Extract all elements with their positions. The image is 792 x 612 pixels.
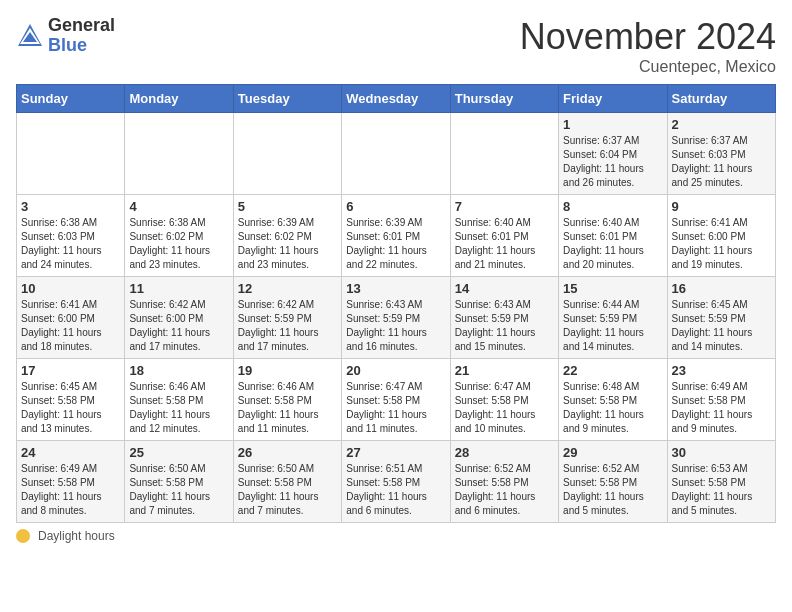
day-info: Sunrise: 6:42 AM Sunset: 6:00 PM Dayligh… [129, 298, 228, 354]
day-number: 1 [563, 117, 662, 132]
day-number: 30 [672, 445, 771, 460]
calendar-cell [342, 113, 450, 195]
day-info: Sunrise: 6:51 AM Sunset: 5:58 PM Dayligh… [346, 462, 445, 518]
calendar-week-4: 17Sunrise: 6:45 AM Sunset: 5:58 PM Dayli… [17, 359, 776, 441]
day-number: 26 [238, 445, 337, 460]
day-number: 27 [346, 445, 445, 460]
calendar-cell: 26Sunrise: 6:50 AM Sunset: 5:58 PM Dayli… [233, 441, 341, 523]
logo-icon [16, 22, 44, 50]
calendar-cell: 24Sunrise: 6:49 AM Sunset: 5:58 PM Dayli… [17, 441, 125, 523]
header-wednesday: Wednesday [342, 85, 450, 113]
day-number: 5 [238, 199, 337, 214]
day-number: 18 [129, 363, 228, 378]
calendar-cell: 15Sunrise: 6:44 AM Sunset: 5:59 PM Dayli… [559, 277, 667, 359]
day-info: Sunrise: 6:38 AM Sunset: 6:02 PM Dayligh… [129, 216, 228, 272]
day-info: Sunrise: 6:37 AM Sunset: 6:03 PM Dayligh… [672, 134, 771, 190]
day-info: Sunrise: 6:39 AM Sunset: 6:02 PM Dayligh… [238, 216, 337, 272]
day-number: 11 [129, 281, 228, 296]
day-number: 12 [238, 281, 337, 296]
logo: General Blue [16, 16, 115, 56]
calendar-cell [125, 113, 233, 195]
calendar-cell [450, 113, 558, 195]
day-info: Sunrise: 6:49 AM Sunset: 5:58 PM Dayligh… [21, 462, 120, 518]
day-info: Sunrise: 6:45 AM Sunset: 5:59 PM Dayligh… [672, 298, 771, 354]
calendar-cell: 2Sunrise: 6:37 AM Sunset: 6:03 PM Daylig… [667, 113, 775, 195]
day-number: 17 [21, 363, 120, 378]
calendar-cell: 21Sunrise: 6:47 AM Sunset: 5:58 PM Dayli… [450, 359, 558, 441]
calendar-cell: 29Sunrise: 6:52 AM Sunset: 5:58 PM Dayli… [559, 441, 667, 523]
calendar-cell: 9Sunrise: 6:41 AM Sunset: 6:00 PM Daylig… [667, 195, 775, 277]
day-number: 2 [672, 117, 771, 132]
day-number: 8 [563, 199, 662, 214]
header-friday: Friday [559, 85, 667, 113]
day-number: 7 [455, 199, 554, 214]
day-number: 20 [346, 363, 445, 378]
calendar-week-1: 1Sunrise: 6:37 AM Sunset: 6:04 PM Daylig… [17, 113, 776, 195]
day-number: 24 [21, 445, 120, 460]
legend-icon [16, 529, 30, 543]
day-info: Sunrise: 6:38 AM Sunset: 6:03 PM Dayligh… [21, 216, 120, 272]
day-number: 14 [455, 281, 554, 296]
day-info: Sunrise: 6:37 AM Sunset: 6:04 PM Dayligh… [563, 134, 662, 190]
header: General Blue November 2024 Cuentepec, Me… [16, 16, 776, 76]
calendar-cell: 13Sunrise: 6:43 AM Sunset: 5:59 PM Dayli… [342, 277, 450, 359]
calendar-week-5: 24Sunrise: 6:49 AM Sunset: 5:58 PM Dayli… [17, 441, 776, 523]
day-info: Sunrise: 6:47 AM Sunset: 5:58 PM Dayligh… [346, 380, 445, 436]
day-info: Sunrise: 6:46 AM Sunset: 5:58 PM Dayligh… [129, 380, 228, 436]
calendar-week-2: 3Sunrise: 6:38 AM Sunset: 6:03 PM Daylig… [17, 195, 776, 277]
day-number: 9 [672, 199, 771, 214]
calendar-cell: 16Sunrise: 6:45 AM Sunset: 5:59 PM Dayli… [667, 277, 775, 359]
title-area: November 2024 Cuentepec, Mexico [520, 16, 776, 76]
day-info: Sunrise: 6:41 AM Sunset: 6:00 PM Dayligh… [21, 298, 120, 354]
header-saturday: Saturday [667, 85, 775, 113]
calendar-cell: 17Sunrise: 6:45 AM Sunset: 5:58 PM Dayli… [17, 359, 125, 441]
logo-blue: Blue [48, 36, 115, 56]
day-number: 6 [346, 199, 445, 214]
calendar-header-row: Sunday Monday Tuesday Wednesday Thursday… [17, 85, 776, 113]
calendar-cell: 5Sunrise: 6:39 AM Sunset: 6:02 PM Daylig… [233, 195, 341, 277]
calendar-cell: 6Sunrise: 6:39 AM Sunset: 6:01 PM Daylig… [342, 195, 450, 277]
calendar-cell: 11Sunrise: 6:42 AM Sunset: 6:00 PM Dayli… [125, 277, 233, 359]
day-number: 13 [346, 281, 445, 296]
calendar-cell: 20Sunrise: 6:47 AM Sunset: 5:58 PM Dayli… [342, 359, 450, 441]
calendar-cell: 3Sunrise: 6:38 AM Sunset: 6:03 PM Daylig… [17, 195, 125, 277]
calendar-cell: 12Sunrise: 6:42 AM Sunset: 5:59 PM Dayli… [233, 277, 341, 359]
day-info: Sunrise: 6:41 AM Sunset: 6:00 PM Dayligh… [672, 216, 771, 272]
day-number: 21 [455, 363, 554, 378]
header-monday: Monday [125, 85, 233, 113]
calendar-cell: 28Sunrise: 6:52 AM Sunset: 5:58 PM Dayli… [450, 441, 558, 523]
day-info: Sunrise: 6:43 AM Sunset: 5:59 PM Dayligh… [346, 298, 445, 354]
day-info: Sunrise: 6:46 AM Sunset: 5:58 PM Dayligh… [238, 380, 337, 436]
day-info: Sunrise: 6:52 AM Sunset: 5:58 PM Dayligh… [563, 462, 662, 518]
day-info: Sunrise: 6:52 AM Sunset: 5:58 PM Dayligh… [455, 462, 554, 518]
day-number: 4 [129, 199, 228, 214]
header-sunday: Sunday [17, 85, 125, 113]
day-info: Sunrise: 6:40 AM Sunset: 6:01 PM Dayligh… [563, 216, 662, 272]
day-info: Sunrise: 6:42 AM Sunset: 5:59 PM Dayligh… [238, 298, 337, 354]
calendar-cell: 22Sunrise: 6:48 AM Sunset: 5:58 PM Dayli… [559, 359, 667, 441]
calendar-cell: 30Sunrise: 6:53 AM Sunset: 5:58 PM Dayli… [667, 441, 775, 523]
calendar-cell [17, 113, 125, 195]
day-info: Sunrise: 6:50 AM Sunset: 5:58 PM Dayligh… [129, 462, 228, 518]
day-number: 22 [563, 363, 662, 378]
day-number: 23 [672, 363, 771, 378]
day-number: 15 [563, 281, 662, 296]
day-info: Sunrise: 6:49 AM Sunset: 5:58 PM Dayligh… [672, 380, 771, 436]
legend: Daylight hours [16, 529, 776, 543]
day-number: 10 [21, 281, 120, 296]
day-info: Sunrise: 6:45 AM Sunset: 5:58 PM Dayligh… [21, 380, 120, 436]
day-number: 29 [563, 445, 662, 460]
day-info: Sunrise: 6:40 AM Sunset: 6:01 PM Dayligh… [455, 216, 554, 272]
calendar-cell: 25Sunrise: 6:50 AM Sunset: 5:58 PM Dayli… [125, 441, 233, 523]
day-number: 19 [238, 363, 337, 378]
calendar-cell: 1Sunrise: 6:37 AM Sunset: 6:04 PM Daylig… [559, 113, 667, 195]
subtitle: Cuentepec, Mexico [520, 58, 776, 76]
legend-label: Daylight hours [38, 529, 115, 543]
day-number: 3 [21, 199, 120, 214]
calendar-cell: 10Sunrise: 6:41 AM Sunset: 6:00 PM Dayli… [17, 277, 125, 359]
calendar-cell: 23Sunrise: 6:49 AM Sunset: 5:58 PM Dayli… [667, 359, 775, 441]
calendar-cell: 18Sunrise: 6:46 AM Sunset: 5:58 PM Dayli… [125, 359, 233, 441]
calendar-cell [233, 113, 341, 195]
day-info: Sunrise: 6:44 AM Sunset: 5:59 PM Dayligh… [563, 298, 662, 354]
logo-general: General [48, 16, 115, 36]
